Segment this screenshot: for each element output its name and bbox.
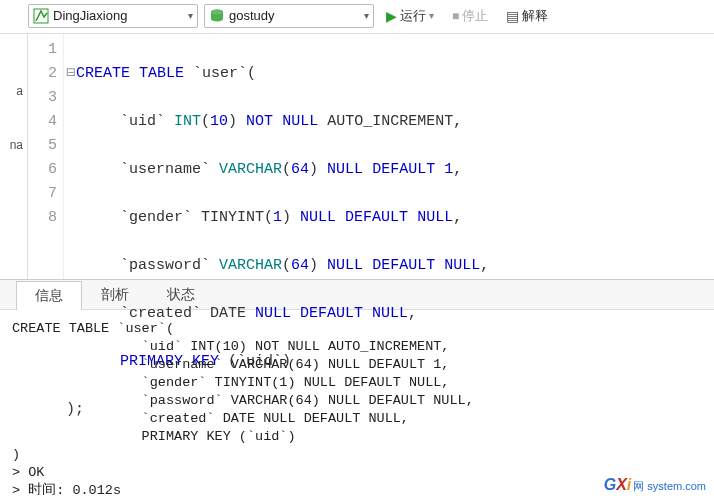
line-gutter: 12345678 bbox=[28, 34, 64, 279]
chevron-down-icon: ▾ bbox=[429, 10, 434, 21]
code-content: ⊟CREATE TABLE `user`( `uid` INT(10) NOT … bbox=[64, 34, 489, 279]
database-label: gostudy bbox=[229, 8, 364, 23]
fold-icon[interactable]: ⊟ bbox=[66, 62, 76, 86]
database-combo[interactable]: gostudy ▾ bbox=[204, 4, 374, 28]
side-tab-b[interactable]: na bbox=[10, 138, 27, 152]
chevron-down-icon: ▾ bbox=[364, 10, 369, 21]
play-icon: ▶ bbox=[386, 8, 397, 24]
explain-label: 解释 bbox=[522, 7, 548, 25]
connection-icon bbox=[33, 8, 49, 24]
chevron-down-icon: ▾ bbox=[188, 10, 193, 21]
watermark: GXi网 system.com bbox=[604, 476, 706, 494]
run-button[interactable]: ▶ 运行 ▾ bbox=[380, 4, 440, 28]
tab-profile[interactable]: 剖析 bbox=[82, 280, 148, 309]
sql-editor[interactable]: 12345678 ⊟CREATE TABLE `user`( `uid` INT… bbox=[28, 34, 714, 279]
connection-combo[interactable]: DingJiaxiong ▾ bbox=[28, 4, 198, 28]
side-tabs: a na bbox=[0, 34, 28, 279]
stop-label: 停止 bbox=[462, 7, 488, 25]
side-tab-a[interactable]: a bbox=[16, 84, 27, 98]
explain-button[interactable]: ▤ 解释 bbox=[500, 4, 554, 28]
editor-area: a na 12345678 ⊟CREATE TABLE `user`( `uid… bbox=[0, 34, 714, 279]
stop-icon: ■ bbox=[452, 9, 459, 23]
connection-label: DingJiaxiong bbox=[53, 8, 188, 23]
database-icon bbox=[209, 8, 225, 24]
stop-button: ■ 停止 bbox=[446, 4, 494, 28]
explain-icon: ▤ bbox=[506, 8, 519, 24]
toolbar: DingJiaxiong ▾ gostudy ▾ ▶ 运行 ▾ ■ 停止 ▤ 解… bbox=[0, 0, 714, 34]
tab-status[interactable]: 状态 bbox=[148, 280, 214, 309]
tab-info[interactable]: 信息 bbox=[16, 281, 82, 310]
svg-point-2 bbox=[211, 9, 223, 14]
run-label: 运行 bbox=[400, 7, 426, 25]
